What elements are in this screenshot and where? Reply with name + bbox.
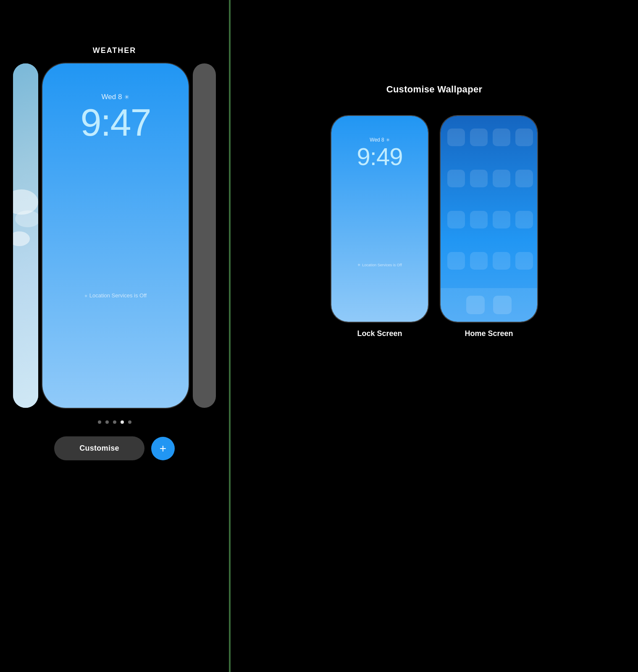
dots-row	[98, 420, 131, 424]
app-icon-4	[515, 129, 533, 146]
phone-container-left: Wed 8 9:47 Location Services is Off	[13, 63, 216, 408]
right-panel: Customise Wallpaper Wed 8 ✳ 9:49 ✳ Locat…	[231, 0, 638, 672]
mini-location-icon: ✳	[357, 263, 361, 267]
customise-wallpaper-title: Customise Wallpaper	[386, 84, 483, 95]
phone-partial-right	[193, 63, 216, 408]
app-icon-2	[470, 129, 488, 146]
customise-button[interactable]: Customise	[54, 436, 144, 460]
plus-icon: +	[160, 442, 166, 455]
phone-main: Wed 8 9:47 Location Services is Off	[42, 63, 189, 408]
app-icon-14	[470, 252, 488, 270]
phone-main-inner: Wed 8 9:47 Location Services is Off	[42, 63, 189, 408]
dot-5[interactable]	[128, 420, 131, 424]
add-button[interactable]: +	[151, 437, 175, 460]
dock-area	[441, 288, 537, 322]
app-icon-7	[493, 170, 510, 187]
dot-2[interactable]	[105, 420, 109, 424]
app-icon-13	[447, 252, 465, 270]
phone-partial-left	[13, 63, 38, 408]
lock-date: Wed 8	[102, 93, 130, 101]
app-icon-11	[493, 211, 510, 228]
app-icon-16	[515, 252, 533, 270]
dot-4[interactable]	[121, 420, 124, 424]
mini-lock-date: Wed 8 ✳	[370, 137, 389, 143]
lock-screen-phone: Wed 8 ✳ 9:49 ✳ Location Services is Off	[331, 116, 428, 322]
app-icon-10	[470, 211, 488, 228]
weather-label: WEATHER	[93, 46, 137, 55]
app-icon-5	[447, 170, 465, 187]
home-screen-label: Home Screen	[465, 329, 513, 338]
location-off: Location Services is Off	[84, 292, 147, 299]
lock-screen-label: Lock Screen	[357, 329, 402, 338]
arrow-icon	[124, 93, 129, 101]
wallpaper-options: Wed 8 ✳ 9:49 ✳ Location Services is Off …	[331, 116, 537, 338]
location-icon	[84, 292, 88, 299]
home-screen-phone	[441, 116, 537, 322]
dot-1[interactable]	[98, 420, 101, 424]
bottom-buttons: Customise +	[54, 436, 175, 460]
home-screen-option[interactable]: Home Screen	[441, 116, 537, 338]
lock-screen-option[interactable]: Wed 8 ✳ 9:49 ✳ Location Services is Off …	[331, 116, 428, 338]
dock-icon-2	[493, 296, 512, 314]
app-icon-9	[447, 211, 465, 228]
app-icon-1	[447, 129, 465, 146]
mini-arrow-icon: ✳	[386, 137, 390, 143]
app-icon-12	[515, 211, 533, 228]
mini-lock-location: ✳ Location Services is Off	[357, 263, 402, 267]
app-icon-8	[515, 170, 533, 187]
app-icon-15	[493, 252, 510, 270]
dock-icon-1	[466, 296, 485, 314]
lock-time: 9:47	[80, 104, 150, 142]
app-grid	[447, 129, 530, 288]
app-icon-3	[493, 129, 510, 146]
app-icon-6	[470, 170, 488, 187]
phone-partial-bg	[13, 63, 38, 408]
mini-lock-time: 9:49	[357, 144, 403, 169]
dot-3[interactable]	[113, 420, 116, 424]
left-panel: WEATHER Wed 8 9:47 Location Services is …	[0, 0, 229, 672]
